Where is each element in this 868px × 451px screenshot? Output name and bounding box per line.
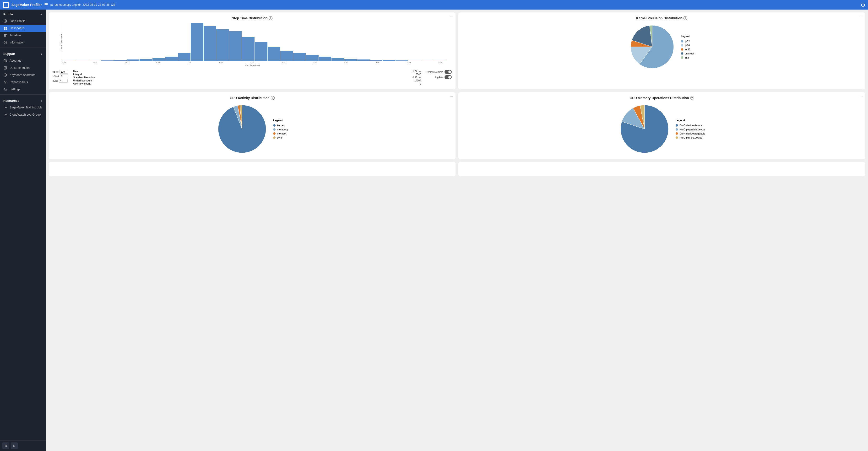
histogram-bar [408,61,421,61]
svg-point-28 [4,114,5,115]
svg-point-17 [5,60,5,60]
sidebar-btn-2[interactable]: ⊟ [11,442,18,449]
sidebar-item-information[interactable]: Information [0,39,46,46]
sidebar-item-dashboard[interactable]: Dashboard [0,25,46,32]
toggle-knob-1 [448,70,451,73]
gpu-activity-help-icon[interactable]: ? [271,96,275,100]
profile-path: pt-resnet-smppy-1xg4dn-2023-05-19-23-07-… [51,3,116,6]
sidebar-item-load-profile[interactable]: Load Profile [0,18,46,25]
training-job-icon [3,105,7,109]
legend-int32: int32 [681,48,695,51]
power-button[interactable]: ⏻ [861,2,865,7]
gpu-activity-legend: Legend kernel memcopy memset [273,119,288,139]
information-icon [3,41,7,44]
support-chevron[interactable]: ▲ [40,53,42,55]
legend-dot-dtod [676,124,678,127]
legend-dot-fp16 [681,44,683,46]
sidebar-item-about[interactable]: About us [0,57,46,64]
svg-point-26 [5,107,6,108]
documentation-icon [3,66,7,70]
histogram-bar [306,55,318,61]
y-axis-label: Count of Records [60,33,63,50]
legend-htod-pinned: HtoD.pinned.device [676,136,705,139]
svg-text:?: ? [5,74,6,76]
svg-rect-6 [5,27,7,28]
sidebar-item-timeline[interactable]: Timeline [0,32,46,39]
legend-htod-pageable: HtoD.pageable.device [676,128,705,131]
svg-rect-10 [4,35,6,36]
legend-fp16: fp16 [681,44,695,47]
kernel-precision-pie-container: Legend fp32 fp16 int32 [462,23,861,71]
kernel-precision-help-icon[interactable]: ? [683,16,687,20]
profile-chevron[interactable]: ▲ [40,13,42,15]
histogram-bar [63,61,75,61]
nbins-input[interactable] [60,70,68,73]
about-icon [3,59,7,63]
gpu-memory-help-icon[interactable]: ? [690,96,694,100]
remove-outliers-toggle[interactable] [444,70,452,74]
kernel-precision-menu[interactable]: ··· [860,15,863,19]
svg-rect-1 [6,3,8,5]
histogram-bar [383,60,395,61]
histogram-bar [357,60,370,61]
xstart-row: xStart [53,74,68,78]
gpu-activity-menu[interactable]: ··· [450,95,453,99]
legend-dtoh: DtoH.device.pageable [676,132,705,135]
load-profile-icon [3,19,7,23]
xstart-input[interactable] [60,74,68,78]
topbar-left: SageMaker Profiler ☰ pt-resnet-smppy-1xg… [3,2,115,8]
stats-inputs: nBins xStart xEnd [53,70,68,86]
kernel-precision-card: Kernel Precision Distribution ? ··· Lege… [458,12,865,89]
sidebar-item-report[interactable]: Report issuus [0,78,46,86]
menu-icon[interactable]: ☰ [44,2,48,7]
sidebar-item-cloudwatch[interactable]: CloudWatch Log Group [0,111,46,118]
logaxis-toggle[interactable] [444,75,452,79]
step-time-menu[interactable]: ··· [450,15,453,19]
histogram-bar [421,61,434,61]
gpu-activity-pie-container: Legend kernel memcopy memset [53,103,452,155]
histogram-container: Count of Records 0.000.320.640.961.281.6… [53,23,452,86]
dashboard-icon [3,26,7,30]
histogram-bar [191,23,204,61]
histogram-bar [396,60,408,61]
legend-sync: sync [273,136,288,139]
histogram-bar [88,61,101,61]
legend-dtod: DtoD.device.device [676,124,705,127]
bottom-card-right [458,162,865,176]
timeline-icon [3,33,7,37]
sidebar-bottom: ⊞ ⊟ [0,440,46,451]
divider-1 [0,47,46,48]
settings-icon [3,88,7,91]
gpu-memory-menu[interactable]: ··· [860,95,863,99]
report-icon [3,80,7,84]
histogram-bar [165,57,178,61]
svg-rect-3 [6,5,8,7]
histogram-bar [76,61,88,61]
xend-input[interactable] [59,79,68,83]
sidebar-item-settings[interactable]: Settings [0,86,46,93]
histogram-bar [114,60,127,61]
step-time-help-icon[interactable]: ? [269,16,273,20]
support-section-header: Support ▲ [0,49,46,57]
sidebar-item-keyboard[interactable]: ? Keyboard shortcuts [0,71,46,78]
sidebar-item-training-job[interactable]: SageMaker Training Job [0,104,46,111]
histogram-bar [140,59,152,61]
histogram-bar [204,26,216,61]
histogram-bar [319,57,332,61]
svg-rect-5 [4,27,5,28]
sidebar-item-documentation[interactable]: Documentation [0,64,46,71]
gpu-activity-title: GPU Activity Distribution ? [53,96,452,100]
sidebar-btn-1[interactable]: ⊞ [2,442,9,449]
stats-values: Mean 1.77 ms Integral 5548 Standard Devi… [73,70,421,86]
legend-dot-int32 [681,48,683,51]
remove-outliers-row: Remove outliers [426,70,452,74]
svg-rect-0 [4,3,6,5]
main-content: Step Time Distribution ? ··· Count of Re… [46,9,868,451]
legend-dot-dtoh [676,132,678,135]
legend-dot-kernel [273,124,276,127]
histogram-bar [370,60,383,61]
resources-chevron[interactable]: ▲ [40,99,42,102]
legend-fp32: fp32 [681,40,695,43]
histogram-bar [178,53,191,61]
gpu-memory-legend: Legend DtoD.device.device HtoD.pageable.… [676,119,705,139]
